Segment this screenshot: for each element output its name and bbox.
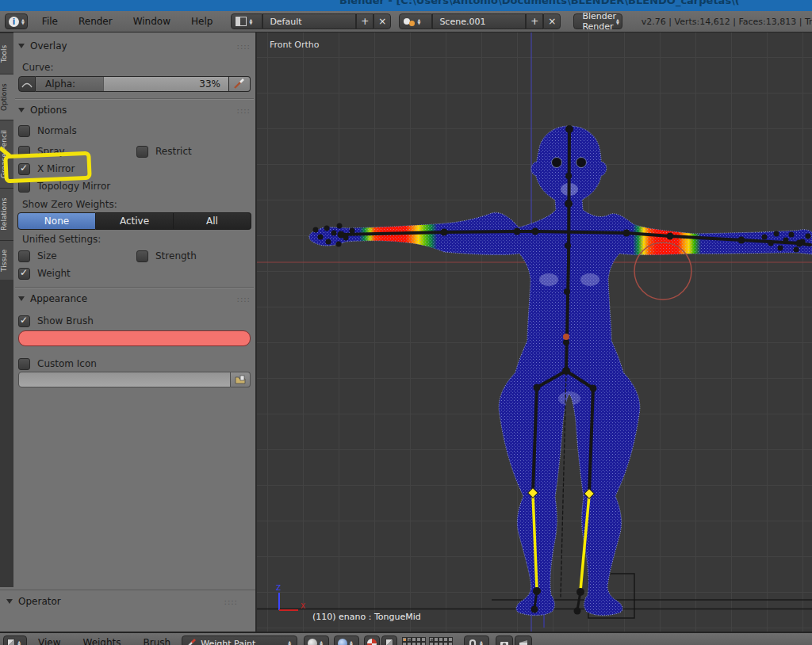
layers-block-2[interactable] <box>429 637 453 645</box>
screen-layout-name[interactable]: Default <box>262 13 356 29</box>
curve-preset-button[interactable] <box>18 76 36 92</box>
alpha-slider-row: Alpha: 33% <box>13 76 255 92</box>
size-strength-row: ✓ Size ✓ Strength <box>13 250 255 262</box>
close-icon: × <box>548 16 556 27</box>
segment-active[interactable]: Active <box>96 212 174 230</box>
menu-help[interactable]: Help <box>191 16 213 27</box>
menu-window[interactable]: Window <box>133 16 170 27</box>
render-opengl-anim-button[interactable] <box>515 635 532 645</box>
panel-drag-handle[interactable]: :::: <box>224 597 238 606</box>
close-scene-button[interactable]: × <box>543 13 561 29</box>
cube-icon <box>385 639 393 645</box>
add-layout-button[interactable]: + <box>356 13 373 29</box>
scene-name[interactable]: Scene.001 <box>432 13 526 29</box>
panel-drag-handle[interactable]: :::: <box>237 42 251 51</box>
character-mesh[interactable] <box>301 120 812 627</box>
panel-drag-handle[interactable]: :::: <box>237 106 251 115</box>
appearance-panel-header[interactable]: Appearance :::: <box>13 292 255 306</box>
brush-stroke-button[interactable] <box>229 76 251 92</box>
panel-drag-handle[interactable]: :::: <box>237 295 251 303</box>
layers-block-1[interactable] <box>402 637 426 645</box>
icon-path-row <box>13 372 255 387</box>
close-layout-button[interactable]: × <box>373 13 391 29</box>
clapper-icon <box>519 639 528 645</box>
transform-orientation-button[interactable] <box>381 635 397 645</box>
operator-panel-header[interactable]: Operator :::: <box>0 594 255 609</box>
scene-icon <box>404 17 415 26</box>
paintbrush-icon <box>232 78 247 90</box>
strength-checkbox[interactable]: ✓ <box>136 250 148 262</box>
overlay-panel-header[interactable]: Overlay :::: <box>13 39 255 53</box>
normals-checkbox[interactable]: ✓ <box>18 125 30 137</box>
show-zero-weights-segment: None Active All <box>13 212 255 230</box>
curve-label: Curve: <box>22 62 255 73</box>
menu-file[interactable]: File <box>42 16 58 27</box>
weight-checkbox[interactable]: ✓ <box>18 268 30 280</box>
tab-relations[interactable]: Relations <box>0 188 13 240</box>
show-brush-row: ✓ Show Brush <box>13 315 255 327</box>
render-opengl-button[interactable] <box>496 635 513 645</box>
menu-weights[interactable]: Weights <box>82 637 121 645</box>
curve-icon <box>21 79 33 89</box>
view-name-label: Front Ortho <box>270 40 320 50</box>
info-header: i ▲▼ File Render Window Help ▲▼ Default … <box>0 11 812 32</box>
tab-tissue[interactable]: Tissue <box>0 240 13 280</box>
topology-mirror-checkbox[interactable]: ✓ <box>18 181 30 193</box>
viewport-3d[interactable]: Z X Front Ortho (110) enano : TongueMid <box>257 32 812 632</box>
screen-layout-icon <box>236 17 247 26</box>
screen-layout-browse-button[interactable]: ▲▼ <box>231 13 262 29</box>
manipulator-toggle[interactable] <box>364 635 380 645</box>
expand-arrow-icon <box>18 44 25 48</box>
check-icon: ✓ <box>20 162 28 174</box>
x-mirror-checkbox[interactable]: ✓ <box>18 163 30 175</box>
updown-arrows-icon: ▲▼ <box>21 18 25 25</box>
panel-divider <box>15 98 254 100</box>
axis-gizmo: Z X <box>276 584 305 610</box>
custom-icon-checkbox[interactable]: ✓ <box>18 358 30 370</box>
x-mirror-row: ✓ X Mirror <box>13 162 255 175</box>
pivot-icon <box>338 639 347 645</box>
brush-color-swatch[interactable] <box>18 330 251 346</box>
render-engine-dropdown[interactable]: Blender Render ▲▼ <box>573 13 622 29</box>
updown-arrows-icon: ▲▼ <box>288 640 291 645</box>
show-brush-checkbox[interactable]: ✓ <box>18 315 30 327</box>
icon-path-field[interactable] <box>18 372 231 387</box>
size-checkbox[interactable]: ✓ <box>18 250 30 262</box>
wireframe-stipple <box>301 120 812 627</box>
tab-options[interactable]: Options <box>0 74 13 120</box>
viewport-shading-dropdown[interactable]: ▲▼ <box>304 635 329 645</box>
segment-none[interactable]: None <box>17 212 96 230</box>
add-scene-button[interactable]: + <box>526 13 543 29</box>
check-icon: ✓ <box>20 267 28 278</box>
check-icon: ✓ <box>20 315 28 326</box>
options-panel-header[interactable]: Options :::: <box>13 103 255 117</box>
axis-x-label: X <box>301 602 305 610</box>
updown-arrows-icon: ▲▼ <box>616 18 619 25</box>
operator-panel: Operator :::: <box>0 590 255 632</box>
tab-tools[interactable]: Tools <box>0 32 13 74</box>
add-icon: + <box>361 16 369 27</box>
show-zero-weights-label: Show Zero Weights: <box>22 199 255 210</box>
menu-view[interactable]: View <box>38 637 60 645</box>
snap-dropdown[interactable]: ▲▼ <box>464 635 489 645</box>
topology-mirror-row: ✓ Topology Mirror <box>13 180 255 193</box>
active-bone-status: (110) enano : TongueMid <box>312 612 421 622</box>
editor-type-button[interactable]: i ▲▼ <box>5 13 28 29</box>
alpha-slider[interactable]: Alpha: 33% <box>36 76 229 92</box>
expand-arrow-icon <box>6 599 13 604</box>
unified-settings-label: Unified Settings: <box>22 234 255 245</box>
expand-arrow-icon <box>18 296 25 301</box>
menu-render[interactable]: Render <box>79 16 113 27</box>
scene-browse-button[interactable]: ▲▼ <box>399 13 432 29</box>
menu-brush[interactable]: Brush <box>144 637 171 645</box>
pivot-point-dropdown[interactable]: ▲▼ <box>334 635 359 645</box>
layers-widget[interactable] <box>402 637 456 645</box>
updown-arrows-icon: ▲▼ <box>350 640 353 645</box>
restrict-checkbox[interactable]: ✓ <box>136 146 148 158</box>
mode-dropdown[interactable]: Weight Paint ▲▼ <box>182 635 297 645</box>
segment-all[interactable]: All <box>174 212 251 230</box>
open-file-button[interactable] <box>231 372 251 387</box>
editor-type-button-bottom[interactable]: ▲▼ <box>3 635 27 645</box>
updown-arrows-icon: ▲▼ <box>480 640 483 645</box>
spray-checkbox[interactable]: ✓ <box>18 146 30 158</box>
